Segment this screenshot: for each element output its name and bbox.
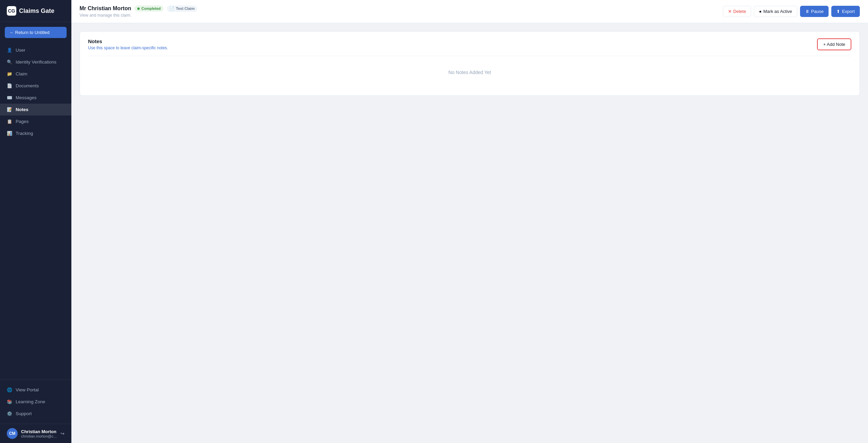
learning-icon: 📚 (7, 399, 12, 404)
claim-type-badge: 📄 Test Claim (167, 5, 197, 12)
sidebar-item-label: Tracking (16, 131, 33, 136)
top-bar-actions: ✕ Delete ● Mark as Active ⏸ Pause ⬆ Expo… (723, 6, 860, 17)
pause-icon: ⏸ (805, 9, 810, 14)
check-icon: ● (759, 9, 762, 14)
sidebar-item-learning-zone[interactable]: 📚 Learning Zone (0, 396, 71, 408)
sidebar-item-label: Messages (16, 95, 37, 100)
sidebar: CG Claims Gate ← Return to Untitled 👤 Us… (0, 0, 71, 443)
sidebar-item-view-portal[interactable]: 🌐 View Portal (0, 384, 71, 396)
sidebar-item-tracking[interactable]: 📊 Tracking (0, 127, 71, 139)
status-dot (137, 7, 140, 10)
pages-icon: 📋 (7, 119, 12, 124)
delete-button[interactable]: ✕ Delete (723, 6, 751, 17)
export-icon: ⬆ (836, 9, 840, 14)
pause-button[interactable]: ⏸ Pause (800, 6, 829, 17)
sidebar-item-claim[interactable]: 📁 Claim (0, 68, 71, 80)
sidebar-item-identity-verifications[interactable]: 🔍 Identity Verifications (0, 56, 71, 68)
sidebar-bottom: 🌐 View Portal 📚 Learning Zone ⚙️ Support (0, 379, 71, 424)
user-name: Christian Morton (21, 429, 57, 434)
mark-as-active-button[interactable]: ● Mark as Active (754, 6, 797, 17)
sidebar-logo: CG Claims Gate (0, 0, 71, 22)
sidebar-item-notes[interactable]: 📝 Notes (0, 104, 71, 116)
notes-icon: 📝 (7, 107, 12, 112)
return-button[interactable]: ← Return to Untitled (5, 27, 67, 38)
file-icon: 📄 (170, 6, 174, 11)
add-note-button[interactable]: + Add Note (817, 38, 851, 50)
user-icon: 👤 (7, 48, 12, 53)
notes-card-header: Notes Use this space to leave claim-spec… (88, 38, 851, 50)
x-icon: ✕ (728, 9, 732, 14)
notes-title: Notes (88, 38, 168, 44)
sidebar-item-messages[interactable]: ✉️ Messages (0, 92, 71, 104)
sidebar-user: CM Christian Morton christian.morton@cla… (0, 424, 71, 443)
top-bar: Mr Christian Morton Completed 📄 Test Cla… (71, 0, 868, 23)
messages-icon: ✉️ (7, 95, 12, 100)
logout-icon[interactable]: ↪ (60, 431, 65, 436)
user-info: Christian Morton christian.morton@claims… (21, 429, 57, 438)
notes-empty-message: No Notes Added Yet (88, 56, 851, 89)
status-badge: Completed (135, 5, 163, 12)
portal-icon: 🌐 (7, 387, 12, 392)
tracking-icon: 📊 (7, 131, 12, 136)
sidebar-item-label: View Portal (16, 387, 39, 392)
top-bar-left: Mr Christian Morton Completed 📄 Test Cla… (80, 5, 197, 18)
content-area: Notes Use this space to leave claim-spec… (71, 23, 868, 443)
avatar: CM (7, 428, 18, 439)
sidebar-item-label: Learning Zone (16, 399, 45, 404)
support-icon: ⚙️ (7, 411, 12, 416)
documents-icon: 📄 (7, 83, 12, 88)
page-title: Mr Christian Morton Completed 📄 Test Cla… (80, 5, 197, 12)
sidebar-item-label: Support (16, 411, 32, 416)
sidebar-item-label: Identity Verifications (16, 59, 56, 65)
notes-card: Notes Use this space to leave claim-spec… (80, 31, 860, 96)
main-content: Mr Christian Morton Completed 📄 Test Cla… (71, 0, 868, 443)
sidebar-item-label: Pages (16, 119, 29, 124)
sidebar-item-support[interactable]: ⚙️ Support (0, 408, 71, 420)
user-email: christian.morton@claims.. (21, 434, 57, 438)
sidebar-nav: 👤 User 🔍 Identity Verifications 📁 Claim … (0, 41, 71, 379)
sidebar-item-pages[interactable]: 📋 Pages (0, 116, 71, 127)
identity-icon: 🔍 (7, 59, 12, 65)
sidebar-item-label: Documents (16, 83, 39, 88)
logo-icon: CG (7, 6, 16, 16)
sidebar-item-label: Notes (16, 107, 29, 112)
logo-text: Claims Gate (19, 7, 54, 15)
sidebar-item-label: Claim (16, 71, 28, 76)
claim-icon: 📁 (7, 71, 12, 76)
notes-subtitle: Use this space to leave claim-specific n… (88, 46, 168, 50)
sidebar-item-user[interactable]: 👤 User (0, 44, 71, 56)
sidebar-item-documents[interactable]: 📄 Documents (0, 80, 71, 92)
top-bar-subtitle: View and manage this claim. (80, 13, 197, 18)
sidebar-item-label: User (16, 48, 25, 53)
export-button[interactable]: ⬆ Export (831, 6, 860, 17)
notes-header-text: Notes Use this space to leave claim-spec… (88, 38, 168, 50)
